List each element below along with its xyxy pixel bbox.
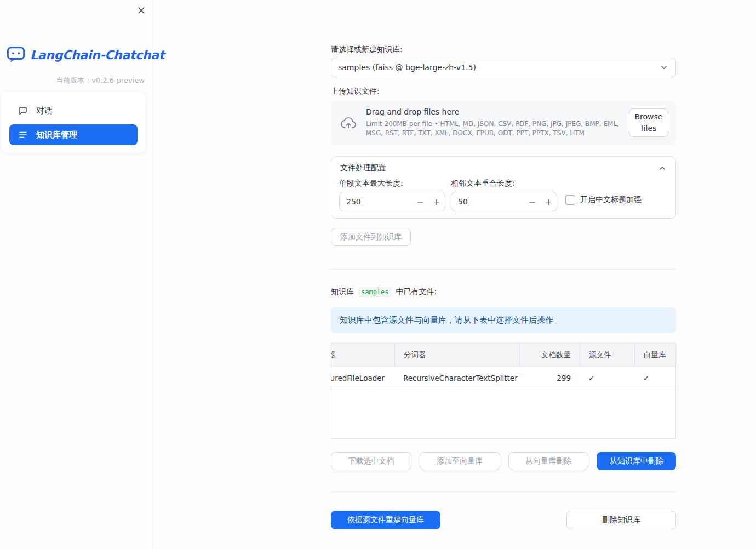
cell-source-file-check: ✓ (580, 367, 634, 390)
version-label: 当前版本：v0.2.6-preview (0, 76, 153, 85)
files-table[interactable]: 文档加载器 分词器 文档数量 源文件 向量库 UnstructuredFileL… (331, 343, 676, 439)
max-length-input[interactable]: − + (339, 192, 445, 211)
delete-kb-button[interactable]: 删除知识库 (566, 511, 676, 529)
app-page: LangChain-Chatchat 当前版本：v0.2.6-preview 对… (0, 0, 756, 549)
config-expander: 文件处理配置 单段文本最大长度: − + 相邻文本重合长度: − + 开启中文标… (331, 156, 676, 219)
existing-files-heading: 知识库 samples 中已有文件: (331, 287, 437, 297)
table-row: UnstructuredFileLoader RecursiveCharacte… (331, 367, 676, 390)
column-header-doc-count: 文档数量 (519, 344, 580, 366)
table-header: 文档加载器 分词器 文档数量 源文件 向量库 (331, 344, 676, 367)
upload-label: 上传知识文件: (331, 87, 380, 96)
chat-bubble-icon (18, 106, 28, 116)
rebuild-vector-store-button[interactable]: 依据源文件重建向量库 (331, 511, 440, 529)
app-title: LangChain-Chatchat (30, 48, 164, 62)
config-expander-header[interactable]: 文件处理配置 (331, 157, 675, 173)
chinese-title-checkbox[interactable]: 开启中文标题加强 (565, 195, 642, 205)
chat-logo-icon (7, 46, 25, 64)
cell-vector-store-check: ✓ (634, 367, 676, 390)
files-table-inner: 文档加载器 分词器 文档数量 源文件 向量库 UnstructuredFileL… (331, 344, 676, 390)
sidebar-item-chat[interactable]: 对话 (9, 99, 138, 123)
list-icon (18, 130, 28, 140)
table-body: UnstructuredFileLoader RecursiveCharacte… (331, 367, 676, 390)
sidebar-item-label: 知识库管理 (36, 130, 77, 140)
column-header-source-file: 源文件 (580, 344, 634, 366)
existing-suffix: 中已有文件: (396, 287, 437, 297)
cell-doc-count: 299 (519, 367, 580, 390)
cloud-upload-icon (340, 116, 357, 130)
kb-select-value: samples (faiss @ bge-large-zh-v1.5) (338, 63, 476, 72)
checkbox-box (565, 195, 575, 205)
minus-button[interactable]: − (524, 192, 540, 211)
dropzone-text: Drag and drop files here Limit 200MB per… (366, 107, 620, 138)
column-header-splitter: 分词器 (394, 344, 519, 366)
kb-select[interactable]: samples (faiss @ bge-large-zh-v1.5) (331, 58, 676, 77)
plus-button[interactable]: + (540, 192, 557, 211)
max-length-value[interactable] (340, 197, 392, 206)
minus-button[interactable]: − (412, 192, 428, 211)
dropzone-title: Drag and drop files here (366, 107, 620, 116)
checkbox-label: 开启中文标题加强 (580, 195, 642, 205)
sidebar: LangChain-Chatchat 当前版本：v0.2.6-preview 对… (0, 0, 153, 549)
dropzone-limit: Limit 200MB per file • HTML, MD, JSON, C… (366, 119, 620, 138)
divider (331, 491, 676, 492)
download-selected-button[interactable]: 下载选中文档 (331, 452, 411, 470)
chevron-up-icon (658, 164, 667, 173)
sidebar-item-label: 对话 (36, 106, 53, 116)
chevron-down-icon (659, 62, 669, 72)
column-header-vector-store: 向量库 (634, 344, 676, 366)
sidebar-item-kb-management[interactable]: 知识库管理 (9, 124, 138, 145)
browse-files-button[interactable]: Browse files (629, 108, 668, 137)
max-length-label: 单段文本最大长度: (339, 179, 403, 188)
info-alert: 知识库中包含源文件与向量库，请从下表中选择文件后操作 (331, 307, 676, 333)
cell-loader: UnstructuredFileLoader (331, 367, 394, 390)
close-icon[interactable] (135, 4, 148, 17)
sidebar-menu: 对话 知识库管理 (1, 92, 146, 153)
remove-from-vector-store-button[interactable]: 从向量库删除 (508, 452, 589, 470)
cell-splitter: RecursiveCharacterTextSplitter (394, 367, 519, 390)
existing-prefix: 知识库 (331, 287, 354, 297)
file-actions-row: 下载选中文档 添加至向量库 从向量库删除 从知识库中删除 (331, 452, 676, 470)
remove-from-kb-button[interactable]: 从知识库中删除 (597, 452, 676, 470)
divider (331, 269, 676, 270)
info-alert-text: 知识库中包含源文件与向量库，请从下表中选择文件后操作 (340, 315, 553, 325)
file-dropzone[interactable]: Drag and drop files here Limit 200MB per… (331, 100, 676, 145)
add-files-button[interactable]: 添加文件到知识库 (331, 228, 411, 246)
overlap-value[interactable] (451, 197, 504, 206)
overlap-input[interactable]: − + (451, 192, 557, 211)
add-to-vector-store-button[interactable]: 添加至向量库 (420, 452, 500, 470)
column-header-loader: 文档加载器 (331, 344, 394, 366)
kb-select-label: 请选择或新建知识库: (331, 45, 403, 55)
kb-name-code: samples (358, 287, 392, 297)
config-expander-title: 文件处理配置 (340, 163, 386, 173)
overlap-label: 相邻文本重合长度: (451, 179, 515, 188)
app-logo: LangChain-Chatchat (7, 46, 164, 64)
plus-button[interactable]: + (428, 192, 445, 211)
